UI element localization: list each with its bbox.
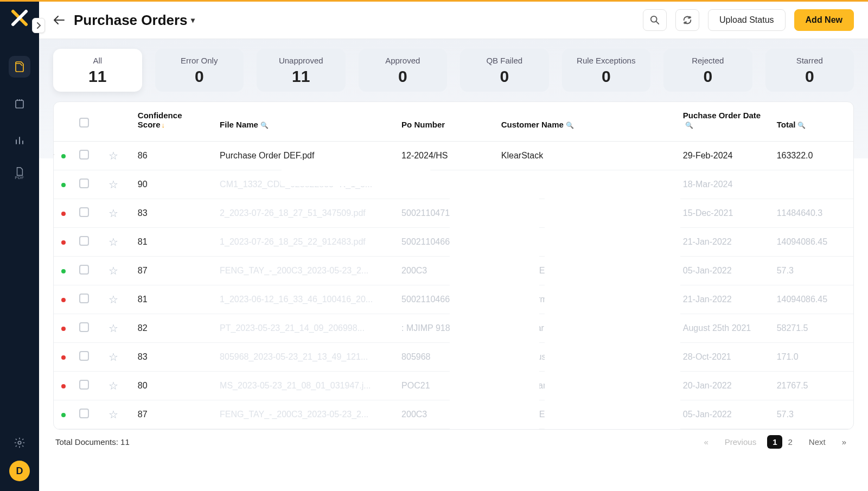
star-icon[interactable]: ☆ bbox=[108, 265, 118, 277]
filter-qb-failed[interactable]: QB Failed 0 bbox=[460, 49, 549, 92]
page-title[interactable]: Purchase Orders ▾ bbox=[74, 12, 195, 29]
page-last[interactable]: » bbox=[837, 435, 852, 449]
cell-file-name: FENG_TAY_-_200C3_2023-05-23_2... bbox=[214, 400, 396, 429]
stat-label: Approved bbox=[365, 56, 442, 65]
row-checkbox[interactable] bbox=[79, 265, 89, 275]
table-row[interactable]: ☆ 82 PT_2023-05-23_21_14_09_206998... : … bbox=[54, 314, 853, 343]
col-confidence[interactable]: Confidence Score↓ bbox=[132, 102, 214, 142]
cell-customer: Feng Tay Enterprises Co Ltd bbox=[496, 400, 678, 429]
table-row[interactable]: ☆ 87 FENG_TAY_-_200C3_2023-05-23_2... 20… bbox=[54, 257, 853, 285]
table-row[interactable]: ☆ 90 CM1_1332_CDE_025822833--R_1_3... 18… bbox=[54, 170, 853, 199]
upload-status-button[interactable]: Upload Status bbox=[708, 9, 786, 31]
status-dot bbox=[61, 384, 66, 388]
status-dot bbox=[61, 269, 66, 273]
star-icon[interactable]: ☆ bbox=[108, 322, 118, 334]
row-checkbox[interactable] bbox=[79, 409, 89, 418]
page-prev[interactable]: Previous bbox=[719, 435, 762, 449]
cell-total: 11484640.3 bbox=[771, 199, 853, 228]
star-icon[interactable]: ☆ bbox=[108, 351, 118, 363]
star-icon[interactable]: ☆ bbox=[108, 178, 118, 190]
status-dot bbox=[61, 183, 66, 187]
nav-analytics[interactable] bbox=[9, 130, 30, 151]
filter-rule-exceptions[interactable]: Rule Exceptions 0 bbox=[562, 49, 651, 92]
cell-file-name: FENG_TAY_-_200C3_2023-05-23_2... bbox=[214, 257, 396, 285]
cell-customer: Excel Industrial Limited bbox=[496, 343, 678, 372]
row-checkbox[interactable] bbox=[79, 294, 89, 303]
sidebar: PDF D bbox=[0, 2, 39, 491]
cell-confidence: 81 bbox=[132, 285, 214, 314]
cell-file-name: 805968_2023-05-23_21_13_49_121... bbox=[214, 343, 396, 372]
cell-total: 21767.5 bbox=[771, 372, 853, 400]
nav-pdf[interactable]: PDF bbox=[9, 167, 30, 180]
stat-value: 0 bbox=[365, 67, 442, 86]
status-dot bbox=[61, 327, 66, 331]
stat-value: 0 bbox=[669, 67, 746, 86]
row-checkbox[interactable] bbox=[79, 236, 89, 246]
cell-po-number bbox=[396, 170, 496, 199]
refresh-button[interactable] bbox=[675, 9, 699, 31]
table-row[interactable]: ☆ 80 MS_2023-05-23_21_08_01_031947.j... … bbox=[54, 372, 853, 400]
row-checkbox[interactable] bbox=[79, 380, 89, 390]
filter-starred[interactable]: Starred 0 bbox=[765, 49, 854, 92]
page-2[interactable]: 2 bbox=[782, 435, 797, 449]
table-row[interactable]: ☆ 87 FENG_TAY_-_200C3_2023-05-23_2... 20… bbox=[54, 400, 853, 429]
cell-total: 14094086.45 bbox=[771, 285, 853, 314]
cell-file-name: 2_2023-07-26_18_27_51_347509.pdf bbox=[214, 199, 396, 228]
star-icon[interactable]: ☆ bbox=[108, 380, 118, 392]
star-icon[interactable]: ☆ bbox=[108, 409, 118, 420]
status-dot bbox=[61, 154, 66, 158]
page-first[interactable]: « bbox=[698, 435, 713, 449]
cell-confidence: 81 bbox=[132, 228, 214, 257]
page-1[interactable]: 1 bbox=[767, 435, 782, 449]
cell-customer: Dc Power bbox=[496, 228, 678, 257]
cell-customer: Kec Bantar Gebang bbox=[496, 314, 678, 343]
table-row[interactable]: ☆ 83 805968_2023-05-23_21_13_49_121... 8… bbox=[54, 343, 853, 372]
page-next[interactable]: Next bbox=[803, 435, 831, 449]
filter-unapproved[interactable]: Unapproved 11 bbox=[257, 49, 346, 92]
filter-error-only[interactable]: Error Only 0 bbox=[155, 49, 244, 92]
nav-notes[interactable] bbox=[9, 93, 30, 114]
cell-po-number: 5002110466 bbox=[396, 228, 496, 257]
table-row[interactable]: ☆ 83 2_2023-07-26_18_27_51_347509.pdf 50… bbox=[54, 199, 853, 228]
row-checkbox[interactable] bbox=[79, 322, 89, 332]
back-button[interactable] bbox=[53, 15, 65, 25]
col-po-number[interactable]: Po Number bbox=[396, 102, 496, 142]
col-customer[interactable]: Customer Name🔍 bbox=[496, 102, 678, 142]
col-file-name[interactable]: File Name🔍 bbox=[214, 102, 396, 142]
row-checkbox[interactable] bbox=[79, 178, 89, 188]
row-checkbox[interactable] bbox=[79, 351, 89, 361]
search-icon: 🔍 bbox=[685, 122, 693, 129]
row-checkbox[interactable] bbox=[79, 150, 89, 160]
documents-table: Confidence Score↓ File Name🔍 Po Number C… bbox=[53, 101, 854, 430]
filter-all[interactable]: All 11 bbox=[53, 49, 142, 92]
cell-po-number: 5002110466 bbox=[396, 285, 496, 314]
user-avatar[interactable]: D bbox=[9, 461, 30, 481]
settings-icon[interactable] bbox=[14, 437, 25, 449]
cell-confidence: 90 bbox=[132, 170, 214, 199]
cell-date: 21-Jan-2022 bbox=[678, 285, 771, 314]
table-row[interactable]: ☆ 81 1_2023-07-26_18_25_22_912483.pdf 50… bbox=[54, 228, 853, 257]
table-row[interactable]: ☆ 86 Purchase Order DEF.pdf 12-2024/HS K… bbox=[54, 142, 853, 170]
filter-rejected[interactable]: Rejected 0 bbox=[663, 49, 752, 92]
add-new-button[interactable]: Add New bbox=[794, 9, 854, 31]
total-documents-label: Total Documents: 11 bbox=[55, 437, 130, 447]
star-icon[interactable]: ☆ bbox=[108, 207, 118, 219]
expand-sidebar-button[interactable] bbox=[32, 18, 45, 33]
row-checkbox[interactable] bbox=[79, 207, 89, 217]
star-icon[interactable]: ☆ bbox=[108, 150, 118, 162]
cell-file-name: 1_2023-06-12_16_33_46_100416_20... bbox=[214, 285, 396, 314]
select-all-checkbox[interactable] bbox=[79, 118, 89, 127]
col-po-date[interactable]: Puchase Order Date🔍 bbox=[678, 102, 771, 142]
stat-label: Rule Exceptions bbox=[568, 56, 645, 65]
table-row[interactable]: ☆ 81 1_2023-06-12_16_33_46_100416_20... … bbox=[54, 285, 853, 314]
cell-po-number: 200C3 bbox=[396, 257, 496, 285]
star-icon[interactable]: ☆ bbox=[108, 294, 118, 305]
status-dot bbox=[61, 413, 66, 417]
col-total[interactable]: Total🔍 bbox=[771, 102, 853, 142]
stat-value: 0 bbox=[568, 67, 645, 86]
cell-date: 05-Jan-2022 bbox=[678, 257, 771, 285]
filter-approved[interactable]: Approved 0 bbox=[359, 49, 448, 92]
search-button[interactable] bbox=[643, 9, 667, 31]
star-icon[interactable]: ☆ bbox=[108, 236, 118, 248]
nav-documents[interactable] bbox=[9, 56, 30, 78]
